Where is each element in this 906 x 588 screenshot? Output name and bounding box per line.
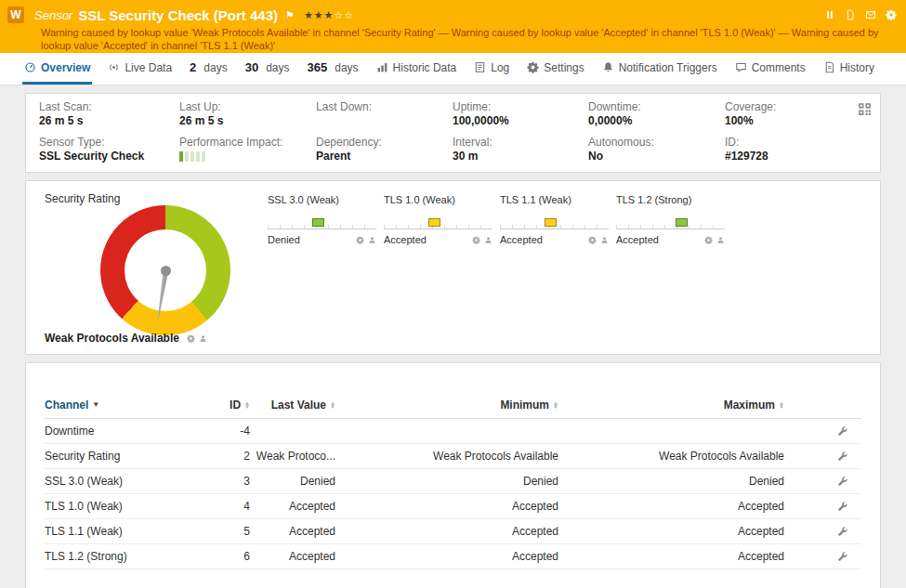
- wrench-icon[interactable]: [837, 425, 848, 437]
- gauge-value: Weak Protocols Available: [45, 332, 179, 345]
- tab-30-days[interactable]: 30 days: [243, 53, 292, 85]
- wrench-icon[interactable]: [837, 476, 848, 487]
- table-row[interactable]: Security Rating 2 Weak Protoco... Weak P…: [45, 444, 861, 469]
- mini-gauge-marker-fill: [545, 218, 557, 227]
- mini-gauge-bottom: Accepted: [500, 234, 609, 245]
- cell-channel: TLS 1.0 (Weak): [45, 500, 189, 513]
- tab-2-days[interactable]: 2 days: [188, 53, 230, 85]
- col-header-last-value[interactable]: Last Value ▲▼: [250, 399, 335, 412]
- info-downtime: Downtime: 0,0000%: [588, 101, 725, 128]
- gear-icon[interactable]: [588, 236, 597, 244]
- tab-label: History: [840, 61, 874, 74]
- gear-icon: [527, 61, 539, 73]
- gear-icon[interactable]: [472, 236, 480, 244]
- tab-notification-triggers[interactable]: Notification Triggers: [600, 53, 719, 85]
- pause-icon[interactable]: [824, 9, 835, 20]
- table-row[interactable]: Downtime -4: [45, 419, 861, 444]
- table-row[interactable]: TLS 1.0 (Weak) 4 Accepted Accepted Accep…: [45, 494, 861, 519]
- info-label: Last Scan:: [39, 101, 179, 113]
- tab-label: Historic Data: [393, 61, 457, 74]
- col-header-channel[interactable]: Channel ▼: [45, 399, 189, 412]
- mail-icon[interactable]: [865, 9, 876, 20]
- report-icon[interactable]: [845, 9, 856, 20]
- gauge-footer: Weak Protocols Available: [45, 332, 207, 345]
- gauge-footer-icons: [187, 334, 207, 343]
- stars-filled: ★★★: [304, 9, 335, 20]
- gauge-needle: [152, 269, 169, 326]
- info-last-down: Last Down:: [316, 101, 453, 128]
- mini-gauge-value: Denied: [268, 234, 300, 245]
- info-last-up: Last Up: 26 m 5 s: [179, 101, 316, 128]
- cell-last-value: Weak Protoco...: [250, 450, 335, 463]
- table-row[interactable]: TLS 1.2 (Strong) 6 Accepted Accepted Acc…: [45, 544, 861, 569]
- tab-historic-data[interactable]: Historic Data: [374, 53, 459, 85]
- mini-gauge-marker: [676, 218, 688, 227]
- info-interval: Interval: 30 m: [453, 137, 588, 163]
- col-header-label: Channel: [45, 399, 88, 412]
- gear-icon[interactable]: [704, 236, 713, 244]
- object-kind-label: Sensor: [34, 8, 72, 22]
- settings-icon[interactable]: [886, 9, 897, 20]
- mini-gauge-icons: [356, 236, 376, 244]
- wrench-icon[interactable]: [837, 551, 848, 562]
- table-row[interactable]: SSL 3.0 (Weak) 3 Denied Denied Denied: [45, 469, 861, 494]
- info-label: Sensor Type:: [39, 137, 179, 149]
- tab-label: days: [335, 61, 358, 74]
- tab-365-days[interactable]: 365 days: [306, 53, 361, 85]
- user-icon[interactable]: [199, 334, 207, 343]
- tab-label: Notification Triggers: [619, 61, 717, 74]
- table-row[interactable]: TLS 1.1 (Weak) 5 Accepted Accepted Accep…: [45, 519, 861, 544]
- mini-gauge-title: TLS 1.0 (Weak): [384, 194, 492, 205]
- cell-actions: [784, 501, 861, 512]
- mini-gauge-marker-fill: [676, 218, 688, 227]
- user-icon[interactable]: [484, 236, 492, 244]
- user-icon[interactable]: [368, 236, 376, 244]
- col-header-minimum[interactable]: Minimum ▲▼: [335, 399, 558, 412]
- tab-settings[interactable]: Settings: [525, 53, 585, 85]
- mini-gauge-marker-fill: [428, 218, 440, 227]
- user-icon[interactable]: [600, 236, 609, 244]
- mini-gauge-title: TLS 1.2 (Strong): [616, 194, 725, 205]
- cell-minimum: Accepted: [335, 550, 558, 563]
- impact-bar: [190, 151, 194, 162]
- col-header-maximum[interactable]: Maximum ▲▼: [558, 399, 784, 412]
- flag-icon: ⚑: [285, 9, 295, 21]
- cell-actions: [784, 425, 861, 437]
- priority-stars[interactable]: ★★★☆☆: [304, 9, 354, 21]
- info-label: Uptime:: [453, 101, 588, 113]
- tab-label: Overview: [41, 61, 90, 74]
- user-icon[interactable]: [716, 236, 725, 244]
- sensor-header: W Sensor SSL Security Check (Port 443) ⚑…: [0, 0, 906, 53]
- stars-empty: ☆☆: [334, 9, 354, 20]
- mini-gauge-ssl-3-0: SSL 3.0 (Weak) Denied: [268, 194, 376, 245]
- mini-gauge-tls-1-1: TLS 1.1 (Weak) Accepted: [500, 194, 609, 245]
- col-header-id[interactable]: ID ▲▼: [189, 399, 250, 412]
- mini-gauge-value: Accepted: [384, 234, 427, 245]
- cell-id: 4: [189, 500, 250, 513]
- wrench-icon[interactable]: [837, 501, 848, 512]
- tab-comments[interactable]: Comments: [733, 53, 808, 85]
- cell-id: 5: [189, 525, 250, 538]
- info-value: No: [588, 150, 725, 163]
- status-badge: W: [7, 7, 24, 23]
- tab-live-data[interactable]: Live Data: [106, 53, 174, 85]
- gear-icon[interactable]: [356, 236, 364, 244]
- info-label: Interval:: [453, 137, 588, 149]
- wrench-icon[interactable]: [837, 451, 848, 462]
- wrench-icon[interactable]: [837, 526, 848, 537]
- cell-minimum: Accepted: [335, 525, 558, 538]
- history-icon: [823, 61, 835, 73]
- info-label: Autonomous:: [588, 137, 725, 149]
- mini-gauge-track: [268, 220, 376, 229]
- qr-code-icon[interactable]: [857, 101, 873, 117]
- cell-channel: SSL 3.0 (Weak): [45, 475, 189, 488]
- gear-icon[interactable]: [187, 334, 195, 343]
- tab-overview[interactable]: Overview: [22, 53, 92, 85]
- tab-log[interactable]: Log: [472, 53, 511, 85]
- cell-id: -4: [189, 425, 250, 438]
- cell-actions: [784, 476, 861, 487]
- tab-history[interactable]: History: [821, 53, 876, 85]
- col-header-label: Maximum: [724, 399, 775, 412]
- cell-last-value: Accepted: [250, 550, 335, 563]
- cell-maximum: Accepted: [558, 550, 784, 563]
